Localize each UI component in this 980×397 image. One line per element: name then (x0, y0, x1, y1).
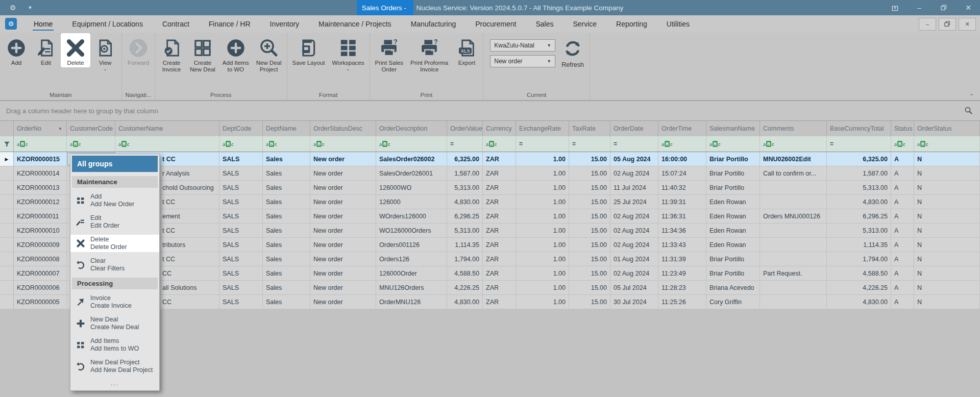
cell-orderdescription[interactable]: WO126000Orders (376, 224, 447, 237)
cell-orderno[interactable]: KZOR0000013 (14, 181, 67, 194)
cell-comments[interactable] (760, 295, 827, 309)
cell-exchangerate[interactable]: 1.00 (516, 195, 569, 209)
cell-orderstatusdesc[interactable]: New order (310, 209, 376, 223)
cell-deptcode[interactable]: SALS (219, 281, 263, 294)
cell-taxrate[interactable]: 15.00 (569, 209, 610, 223)
cell-deptname[interactable]: Sales (263, 166, 310, 180)
filter-cell-comments[interactable]: aBc (760, 136, 827, 152)
cell-orderstatusdesc[interactable]: New order (310, 266, 376, 280)
cell-status[interactable]: A (891, 224, 914, 237)
filter-cell-status[interactable]: aBc (891, 136, 914, 152)
cell-comments[interactable] (760, 181, 827, 194)
cell-ordervalue[interactable]: 4,830.00 (447, 295, 483, 309)
cell-ordervalue[interactable]: 1,114.35 (447, 238, 483, 252)
cell-exchangerate[interactable]: 1.00 (516, 166, 569, 180)
mdi-close-button[interactable]: ✕ (959, 18, 976, 31)
cell-orderno[interactable]: KZOR0000008 (14, 252, 67, 266)
cell-deptcode[interactable]: SALS (219, 152, 263, 166)
column-header-ordertime[interactable]: OrderTime (658, 121, 706, 136)
cell-currency[interactable]: ZAR (483, 209, 516, 223)
cell-ordertime[interactable]: 16:00:00 (658, 152, 706, 166)
cell-ordertime[interactable]: 11:34:36 (658, 224, 706, 237)
cell-exchangerate[interactable]: 1.00 (516, 252, 569, 266)
cell-exchangerate[interactable]: 1.00 (516, 181, 569, 194)
cell-deptname[interactable]: Sales (263, 195, 310, 209)
column-header-customername[interactable]: CustomerName (115, 121, 219, 136)
cell-orderstatusdesc[interactable]: New order (310, 252, 376, 266)
column-header-taxrate[interactable]: TaxRate (569, 121, 610, 136)
cell-exchangerate[interactable]: 1.00 (516, 152, 569, 166)
cell-ordertime[interactable]: 11:33:43 (658, 238, 706, 252)
column-header-exchangerate[interactable]: ExchangeRate (516, 121, 569, 136)
menu-more-ellipsis[interactable]: ... (72, 379, 158, 388)
cell-taxrate[interactable]: 15.00 (569, 266, 610, 280)
cell-orderdate[interactable]: 02 Aug 2024 (610, 224, 658, 237)
cell-ordervalue[interactable]: 5,313.00 (447, 181, 483, 194)
filter-cell-basecurrencytotal[interactable]: = (827, 136, 891, 152)
tab-procurement[interactable]: Procurement (465, 15, 526, 33)
cell-deptname[interactable]: Sales (263, 209, 310, 223)
column-header-status[interactable]: Status (891, 121, 914, 136)
cell-exchangerate[interactable]: 1.00 (516, 295, 569, 309)
cell-salesmanname[interactable]: Eden Rowan (706, 195, 760, 209)
app-gear-icon[interactable]: ⚙ (5, 18, 17, 30)
ribbon-button-export[interactable]: XLSExport (452, 33, 481, 67)
cell-status[interactable]: A (891, 295, 914, 309)
cell-ordertime[interactable]: 11:25:26 (658, 295, 706, 309)
cell-orderstatusdesc[interactable]: New order (310, 166, 376, 180)
cell-comments[interactable] (760, 281, 827, 294)
cell-orderdate[interactable]: 30 Jul 2024 (610, 295, 658, 309)
cell-ordertime[interactable]: 15:07:24 (658, 166, 706, 180)
cell-taxrate[interactable]: 15.00 (569, 195, 610, 209)
cell-orderstatus[interactable]: N (914, 281, 980, 294)
tab-contract[interactable]: Contract (153, 15, 199, 33)
menu-item-new-deal[interactable]: New DealCreate New Deal (70, 315, 159, 332)
cell-orderdescription[interactable]: SalesOrder026002 (376, 152, 447, 166)
cell-ordertime[interactable]: 11:36:31 (658, 209, 706, 223)
cell-deptcode[interactable]: SALS (219, 266, 263, 280)
cell-orderdate[interactable]: 01 Aug 2024 (610, 252, 658, 266)
cell-ordervalue[interactable]: 1,587.00 (447, 166, 483, 180)
cell-ordertime[interactable]: 11:23:49 (658, 266, 706, 280)
cell-orderdescription[interactable]: 126000WO (376, 181, 447, 194)
column-header-orderdate[interactable]: OrderDate (610, 121, 658, 136)
cell-orderdescription[interactable]: MNU126Orders (376, 281, 447, 294)
refresh-button[interactable]: Refresh (561, 39, 584, 68)
cell-taxrate[interactable]: 15.00 (569, 252, 610, 266)
cell-basecurrencytotal[interactable]: 6,296.25 (827, 209, 891, 223)
cell-taxrate[interactable]: 15.00 (569, 152, 610, 166)
cell-salesmanname[interactable]: Cory Griffin (706, 295, 760, 309)
cell-orderstatus[interactable]: N (914, 238, 980, 252)
filter-cell-exchangerate[interactable]: = (516, 136, 569, 152)
cell-salesmanname[interactable]: Briar Portillo (706, 181, 760, 194)
cell-deptname[interactable]: Sales (263, 181, 310, 194)
cell-orderdate[interactable]: 05 Aug 2024 (610, 152, 658, 166)
cell-comments[interactable] (760, 238, 827, 252)
cell-orderstatus[interactable]: N (914, 195, 980, 209)
cell-status[interactable]: A (891, 152, 914, 166)
cell-orderdescription[interactable]: Orders001126 (376, 238, 447, 252)
column-header-ordervalue[interactable]: OrderValue (447, 121, 483, 136)
cell-orderno[interactable]: KZOR0000007 (14, 266, 67, 280)
cell-ordertime[interactable]: 11:40:32 (658, 181, 706, 194)
cell-status[interactable]: A (891, 238, 914, 252)
minimize-button[interactable]: – (915, 3, 924, 12)
cell-orderstatus[interactable]: N (914, 252, 980, 266)
cell-currency[interactable]: ZAR (483, 181, 516, 194)
menu-item-new-deal-project[interactable]: New Deal ProjectAdd New Deal Project (70, 358, 159, 375)
tab-utilities[interactable]: Utilities (657, 15, 699, 33)
search-icon[interactable] (964, 106, 973, 116)
column-header-comments[interactable]: Comments (760, 121, 827, 136)
cell-ordertime[interactable]: 11:39:31 (658, 195, 706, 209)
menu-item-invoice[interactable]: InvoiceCreate Invoice (70, 293, 159, 311)
cell-comments[interactable] (760, 224, 827, 237)
cell-status[interactable]: A (891, 209, 914, 223)
popout-button[interactable] (890, 3, 899, 12)
cell-exchangerate[interactable]: 1.00 (516, 238, 569, 252)
tab-equipment-locations[interactable]: Equipment / Locations (62, 15, 153, 33)
cell-taxrate[interactable]: 15.00 (569, 238, 610, 252)
cell-deptcode[interactable]: SALS (219, 181, 263, 194)
mdi-restore-button[interactable] (939, 18, 956, 31)
ribbon-button-create-invoice[interactable]: Create Invoice (157, 33, 186, 74)
cell-orderstatus[interactable]: N (914, 266, 980, 280)
